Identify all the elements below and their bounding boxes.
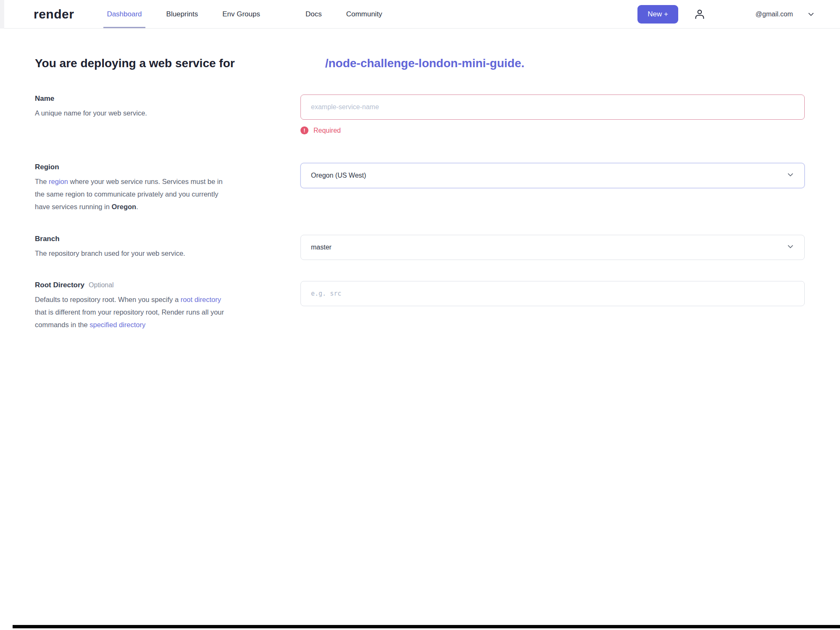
nav-item-env-groups[interactable]: Env Groups xyxy=(222,0,260,28)
root-directory-input[interactable] xyxy=(300,281,805,306)
deploy-form: Name A unique name for your web service.… xyxy=(35,94,805,331)
branch-label: Branch xyxy=(35,235,275,243)
form-row-name: Name A unique name for your web service.… xyxy=(35,94,805,134)
specified-directory-doc-link[interactable]: specified directory xyxy=(90,321,145,328)
new-button[interactable]: New + xyxy=(637,5,678,24)
main-nav: Dashboard Blueprints Env Groups Docs Com… xyxy=(107,0,406,28)
branch-field-column: master xyxy=(300,235,805,260)
name-error-text: Required xyxy=(313,127,341,134)
name-label: Name xyxy=(35,94,275,103)
person-icon xyxy=(693,8,706,21)
header-left-edge xyxy=(0,0,4,29)
nav-item-label: Blueprints xyxy=(166,10,198,18)
root-directory-label-text: Root Directory xyxy=(35,281,84,289)
redacted-username xyxy=(235,55,325,67)
chevron-down-icon xyxy=(787,171,794,180)
top-navigation-bar: render Dashboard Blueprints Env Groups D… xyxy=(0,0,840,29)
root-desc-text: Defaults to repository root. When you sp… xyxy=(35,296,181,303)
root-directory-label-column: Root Directory Optional Defaults to repo… xyxy=(35,281,300,331)
branch-label-column: Branch The repository branch used for yo… xyxy=(35,235,300,260)
branch-select[interactable]: master xyxy=(300,235,805,260)
region-description: The region where your web service runs. … xyxy=(35,175,232,213)
nav-item-blueprints[interactable]: Blueprints xyxy=(166,0,198,28)
root-directory-description: Defaults to repository root. When you sp… xyxy=(35,293,232,331)
render-logo[interactable]: render xyxy=(34,7,74,21)
form-row-region: Region The region where your web service… xyxy=(35,163,805,213)
name-field-column: ! Required xyxy=(300,94,805,134)
nav-item-label: Env Groups xyxy=(222,10,260,18)
bottom-screen-edge-bar xyxy=(13,625,840,628)
account-email: @gmail.com xyxy=(756,10,793,18)
region-desc-text: . xyxy=(136,203,138,210)
region-desc-oregon: Oregon xyxy=(112,203,137,210)
root-directory-doc-link[interactable]: root directory xyxy=(181,296,221,303)
nav-item-docs[interactable]: Docs xyxy=(305,0,322,28)
page-title: You are deploying a web service for /nod… xyxy=(35,55,805,70)
repo-name-link[interactable]: /node-challenge-london-mini-guide. xyxy=(325,57,524,70)
nav-item-label: Docs xyxy=(305,10,322,18)
nav-item-label: Community xyxy=(346,10,382,18)
form-row-branch: Branch The repository branch used for yo… xyxy=(35,235,805,260)
region-desc-text: The xyxy=(35,178,49,185)
name-description: A unique name for your web service. xyxy=(35,107,232,119)
deploy-web-service-page: You are deploying a web service for /nod… xyxy=(0,55,840,331)
region-select[interactable]: Oregon (US West) xyxy=(300,163,805,188)
user-account-icon-button[interactable] xyxy=(693,8,706,21)
nav-item-label: Dashboard xyxy=(107,10,142,18)
region-selected-value: Oregon (US West) xyxy=(311,172,366,179)
nav-item-dashboard[interactable]: Dashboard xyxy=(107,0,142,28)
optional-tag: Optional xyxy=(89,281,114,289)
branch-description: The repository branch used for your web … xyxy=(35,247,232,260)
error-exclamation-icon: ! xyxy=(300,126,308,134)
branch-selected-value: master xyxy=(311,244,332,251)
region-field-column: Oregon (US West) xyxy=(300,163,805,213)
service-name-input[interactable] xyxy=(300,94,805,120)
chevron-down-icon xyxy=(807,10,815,18)
page-title-prefix: You are deploying a web service for xyxy=(35,57,235,70)
form-row-root-directory: Root Directory Optional Defaults to repo… xyxy=(35,281,805,331)
root-directory-label: Root Directory Optional xyxy=(35,281,275,289)
header-right-group: New + @gmail.com xyxy=(637,5,815,24)
region-desc-link[interactable]: region xyxy=(49,178,68,185)
region-label-column: Region The region where your web service… xyxy=(35,163,300,213)
name-label-column: Name A unique name for your web service. xyxy=(35,94,300,134)
root-directory-field-column xyxy=(300,281,805,331)
name-error-row: ! Required xyxy=(300,126,805,134)
nav-item-community[interactable]: Community xyxy=(346,0,382,28)
account-menu[interactable]: @gmail.com xyxy=(756,10,815,18)
region-label: Region xyxy=(35,163,275,171)
chevron-down-icon xyxy=(787,243,794,252)
